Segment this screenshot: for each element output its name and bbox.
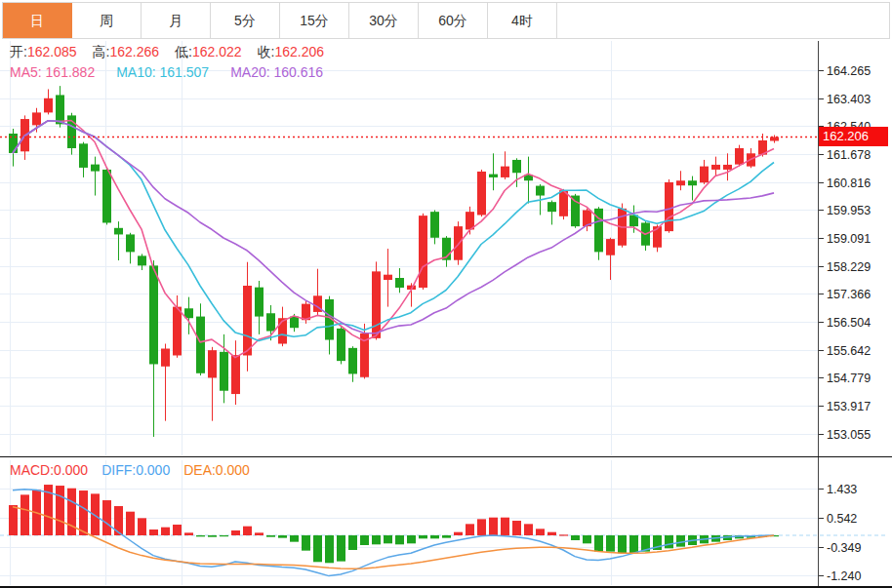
macd-bar[interactable]: [231, 530, 240, 535]
candle[interactable]: [208, 350, 217, 377]
macd-bar[interactable]: [466, 524, 474, 535]
tab-30min[interactable]: 30分: [349, 3, 419, 38]
candle[interactable]: [384, 275, 392, 280]
macd-bar[interactable]: [501, 518, 509, 535]
macd-bar[interactable]: [665, 535, 673, 548]
candle[interactable]: [138, 255, 146, 265]
candle[interactable]: [430, 212, 439, 238]
candle[interactable]: [255, 288, 264, 317]
macd-bar[interactable]: [56, 486, 64, 535]
candle[interactable]: [44, 98, 53, 113]
macd-bar[interactable]: [302, 535, 310, 551]
macd-bar[interactable]: [325, 535, 334, 563]
candle[interactable]: [711, 165, 720, 170]
macd-bar[interactable]: [454, 532, 463, 535]
macd-bar[interactable]: [629, 535, 638, 553]
candle[interactable]: [266, 313, 275, 331]
candle[interactable]: [149, 265, 158, 364]
candle[interactable]: [126, 234, 135, 252]
macd-bar[interactable]: [384, 535, 392, 543]
candle[interactable]: [735, 148, 744, 165]
candle[interactable]: [196, 317, 205, 373]
tab-day[interactable]: 日: [3, 3, 72, 38]
candle[interactable]: [676, 180, 685, 185]
macd-bar[interactable]: [372, 535, 381, 544]
candle[interactable]: [723, 165, 732, 170]
candle[interactable]: [243, 286, 252, 356]
candle[interactable]: [700, 167, 709, 183]
candle[interactable]: [477, 172, 486, 216]
macd-bar[interactable]: [91, 493, 100, 535]
macd-bar[interactable]: [547, 532, 556, 535]
macd-bar[interactable]: [442, 535, 451, 538]
macd-bar[interactable]: [196, 535, 205, 536]
tab-4hr[interactable]: 4时: [488, 3, 557, 38]
macd-bar[interactable]: [676, 535, 685, 547]
tab-week[interactable]: 周: [72, 3, 142, 38]
macd-bar[interactable]: [536, 529, 545, 535]
tab-month[interactable]: 月: [142, 3, 211, 38]
macd-bar[interactable]: [149, 529, 158, 535]
macd-bar[interactable]: [20, 494, 29, 535]
candle[interactable]: [161, 349, 170, 367]
tab-60min[interactable]: 60分: [419, 3, 488, 38]
candle[interactable]: [606, 239, 615, 255]
macd-bar[interactable]: [524, 524, 533, 535]
macd-bar[interactable]: [477, 519, 486, 535]
macd-bar[interactable]: [173, 525, 182, 535]
candle[interactable]: [419, 216, 427, 288]
macd-bar[interactable]: [243, 527, 252, 535]
candle[interactable]: [688, 180, 697, 185]
candle[interactable]: [278, 318, 287, 343]
macd-bar[interactable]: [489, 518, 498, 535]
candle[interactable]: [337, 329, 345, 361]
macd-bar[interactable]: [348, 535, 357, 550]
candle[interactable]: [32, 112, 41, 125]
macd-bar[interactable]: [126, 512, 135, 535]
candle[interactable]: [79, 143, 88, 168]
candle[interactable]: [173, 307, 182, 356]
macd-bar[interactable]: [266, 535, 275, 537]
tab-15min[interactable]: 15分: [280, 3, 349, 38]
macd-bar[interactable]: [255, 532, 264, 535]
macd-bar[interactable]: [618, 535, 627, 553]
candle[interactable]: [348, 348, 357, 374]
macd-bar[interactable]: [407, 535, 416, 543]
macd-bar[interactable]: [290, 535, 299, 542]
macd-bar[interactable]: [138, 518, 146, 535]
candle[interactable]: [489, 175, 498, 177]
macd-bar[interactable]: [184, 532, 193, 535]
macd-bar[interactable]: [583, 535, 591, 543]
macd-bar[interactable]: [571, 535, 580, 540]
macd-bar[interactable]: [161, 528, 170, 535]
candle[interactable]: [114, 228, 123, 235]
candle[interactable]: [231, 355, 240, 394]
candle[interactable]: [571, 196, 580, 227]
macd-bar[interactable]: [395, 535, 404, 544]
macd-bar[interactable]: [67, 489, 76, 535]
macd-bar[interactable]: [419, 535, 427, 538]
candle[interactable]: [395, 278, 404, 288]
macd-bar[interactable]: [512, 521, 521, 535]
candle[interactable]: [220, 352, 228, 391]
macd-bar[interactable]: [430, 535, 439, 538]
candle[interactable]: [547, 202, 556, 212]
macd-bar[interactable]: [278, 535, 287, 538]
macd-bar[interactable]: [208, 535, 217, 537]
macd-bar[interactable]: [9, 505, 18, 535]
macd-bar[interactable]: [313, 535, 322, 562]
macd-bar[interactable]: [594, 535, 603, 552]
candle[interactable]: [512, 160, 521, 173]
macd-bar[interactable]: [559, 534, 568, 535]
candle[interactable]: [56, 95, 64, 124]
candle[interactable]: [102, 170, 111, 223]
macd-bar[interactable]: [102, 500, 111, 535]
tab-5min[interactable]: 5分: [211, 3, 280, 38]
candle[interactable]: [372, 271, 381, 338]
macd-bar[interactable]: [606, 535, 615, 552]
candle[interactable]: [290, 317, 299, 329]
macd-bar[interactable]: [360, 535, 369, 545]
chart-canvas[interactable]: 164.265163.403162.540161.678160.816159.9…: [0, 0, 892, 588]
macd-bar[interactable]: [337, 535, 345, 562]
candle[interactable]: [91, 165, 100, 172]
